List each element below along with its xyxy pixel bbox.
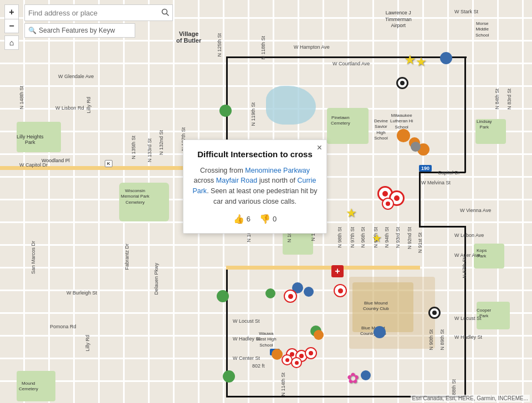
marker-star-2[interactable]: ★ bbox=[416, 56, 427, 68]
popup-body: Crossing from Menominee Parkway across M… bbox=[192, 166, 318, 207]
zoom-controls: + − ⌂ bbox=[4, 4, 19, 50]
thumbs-down-count: 0 bbox=[273, 215, 277, 223]
marker-crosshair-1[interactable] bbox=[396, 77, 408, 89]
marker-star-3[interactable]: ★ bbox=[346, 207, 357, 219]
feature-search-bar[interactable]: 🔍 Search Features by Keyw bbox=[24, 23, 135, 38]
marker-orange-5[interactable] bbox=[314, 330, 324, 340]
marker-star-1[interactable]: ★ bbox=[404, 53, 416, 66]
thumbs-up-icon: 👍 bbox=[233, 214, 244, 224]
thumbs-down-icon: 👎 bbox=[259, 214, 270, 224]
marker-blue-1[interactable] bbox=[440, 52, 452, 64]
home-button[interactable]: ⌂ bbox=[4, 35, 19, 50]
marker-warning-4[interactable] bbox=[284, 290, 297, 303]
park-kops bbox=[474, 244, 504, 268]
map-container[interactable]: N 148th St W Glendale Ave Lilly Rd N 135… bbox=[0, 0, 532, 403]
park-pinelawn bbox=[327, 108, 369, 144]
marker-blue-4[interactable] bbox=[374, 326, 386, 338]
marker-star-4[interactable]: ★ bbox=[372, 232, 382, 244]
popup-votes: 👍 6 👎 0 bbox=[192, 214, 318, 224]
park-lindsay bbox=[475, 119, 506, 144]
search-features-label: Search Features by Keyw bbox=[39, 27, 115, 34]
marker-cross-1[interactable]: + bbox=[331, 265, 344, 277]
marker-warning-10[interactable] bbox=[291, 357, 302, 368]
search-button[interactable] bbox=[161, 8, 169, 18]
marker-warning-5[interactable] bbox=[334, 284, 347, 297]
zoom-in-button[interactable]: + bbox=[4, 4, 19, 19]
blue-mound-area bbox=[349, 277, 435, 349]
highlight-mayfair: Mayfair Road bbox=[216, 177, 257, 184]
highlight-menominee: Menominee Parkway bbox=[245, 167, 310, 174]
thumbs-down-button[interactable]: 👎 0 bbox=[259, 214, 277, 224]
address-search-bar[interactable] bbox=[24, 4, 173, 21]
popup-close-button[interactable]: × bbox=[317, 143, 322, 152]
popup-difficult-intersection: × Difficult Intersection to cross Crossi… bbox=[183, 140, 327, 234]
marker-warning-3[interactable] bbox=[382, 198, 394, 210]
park-mound-cem bbox=[17, 371, 55, 401]
marker-orange-4[interactable] bbox=[272, 349, 283, 360]
search-features-icon: 🔍 bbox=[28, 27, 37, 34]
marker-green-1[interactable] bbox=[219, 105, 232, 117]
marker-gray-1[interactable] bbox=[411, 142, 421, 152]
marker-orange-1[interactable] bbox=[397, 129, 410, 142]
marker-warning-8[interactable] bbox=[305, 347, 317, 359]
address-search-input[interactable] bbox=[28, 9, 161, 17]
thumbs-up-count: 6 bbox=[247, 215, 250, 223]
marker-blue-3[interactable] bbox=[304, 287, 314, 297]
zoom-out-button[interactable]: − bbox=[4, 19, 19, 33]
marker-green-2[interactable] bbox=[217, 290, 229, 302]
park-memorial bbox=[119, 183, 169, 221]
svg-line-1 bbox=[167, 13, 169, 16]
marker-crosshair-2[interactable] bbox=[428, 307, 441, 319]
thumbs-up-button[interactable]: 👍 6 bbox=[233, 214, 250, 224]
search-container: 🔍 Search Features by Keyw bbox=[24, 4, 173, 38]
park-cooper bbox=[477, 302, 510, 329]
marker-green-3[interactable] bbox=[265, 288, 275, 298]
marker-green-4[interactable] bbox=[223, 370, 235, 383]
popup-title: Difficult Intersection to cross bbox=[192, 149, 318, 160]
park-lilly-heights bbox=[17, 122, 61, 152]
marker-snowflake[interactable]: ✿ bbox=[347, 370, 359, 387]
marker-blue-5[interactable] bbox=[361, 370, 371, 380]
